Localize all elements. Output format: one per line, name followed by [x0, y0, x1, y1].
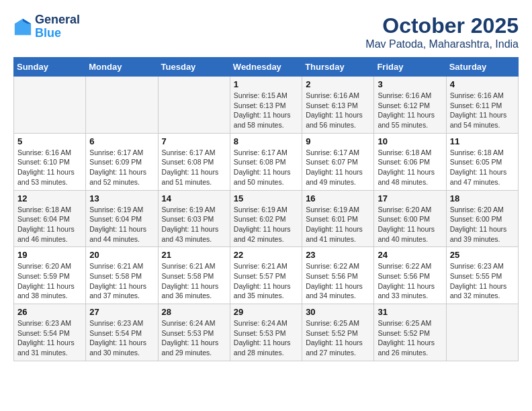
weekday-header-row: SundayMondayTuesdayWednesdayThursdayFrid…	[14, 58, 519, 77]
day-number: 4	[450, 79, 515, 89]
day-number: 14	[162, 193, 226, 203]
day-info: Sunrise: 6:23 AMSunset: 5:55 PMDaylight:…	[450, 261, 515, 301]
calendar-cell: 26Sunrise: 6:23 AMSunset: 5:54 PMDayligh…	[14, 304, 86, 361]
calendar-cell: 18Sunrise: 6:20 AMSunset: 6:00 PMDayligh…	[446, 190, 518, 247]
calendar-cell: 30Sunrise: 6:25 AMSunset: 5:52 PMDayligh…	[302, 304, 374, 361]
calendar-cell: 12Sunrise: 6:18 AMSunset: 6:04 PMDayligh…	[14, 190, 86, 247]
calendar-cell: 25Sunrise: 6:23 AMSunset: 5:55 PMDayligh…	[446, 247, 518, 304]
day-info: Sunrise: 6:19 AMSunset: 6:02 PMDaylight:…	[234, 205, 298, 244]
day-number: 28	[162, 307, 226, 317]
calendar-cell: 1Sunrise: 6:15 AMSunset: 6:13 PMDaylight…	[230, 77, 302, 134]
calendar-cell: 23Sunrise: 6:22 AMSunset: 5:56 PMDayligh…	[302, 247, 374, 304]
title-block: October 2025 Mav Patoda, Maharashtra, In…	[365, 13, 519, 50]
day-info: Sunrise: 6:16 AMSunset: 6:13 PMDaylight:…	[306, 91, 370, 130]
day-number: 23	[306, 250, 370, 260]
calendar-week-0: 1Sunrise: 6:15 AMSunset: 6:13 PMDaylight…	[14, 77, 519, 134]
day-number: 13	[89, 193, 154, 203]
day-number: 10	[378, 136, 442, 146]
month-title: October 2025	[365, 13, 519, 38]
day-number: 21	[162, 250, 226, 260]
weekday-header-friday: Friday	[374, 58, 446, 77]
day-info: Sunrise: 6:19 AMSunset: 6:04 PMDaylight:…	[89, 205, 154, 244]
day-number: 3	[378, 79, 442, 89]
day-info: Sunrise: 6:21 AMSunset: 5:58 PMDaylight:…	[162, 261, 226, 301]
calendar-cell: 15Sunrise: 6:19 AMSunset: 6:02 PMDayligh…	[230, 190, 302, 247]
calendar-cell: 29Sunrise: 6:24 AMSunset: 5:53 PMDayligh…	[230, 304, 302, 361]
weekday-header-sunday: Sunday	[14, 58, 86, 77]
day-number: 31	[378, 307, 442, 317]
day-number: 9	[306, 136, 370, 146]
weekday-header-tuesday: Tuesday	[158, 58, 230, 77]
day-info: Sunrise: 6:15 AMSunset: 6:13 PMDaylight:…	[234, 91, 298, 130]
day-info: Sunrise: 6:18 AMSunset: 6:05 PMDaylight:…	[450, 148, 515, 187]
day-number: 1	[234, 79, 298, 89]
calendar-week-1: 5Sunrise: 6:16 AMSunset: 6:10 PMDaylight…	[14, 133, 519, 190]
calendar-cell	[14, 77, 86, 134]
logo: General Blue	[13, 13, 80, 40]
day-number: 6	[89, 136, 154, 146]
day-number: 15	[234, 193, 298, 203]
day-info: Sunrise: 6:21 AMSunset: 5:58 PMDaylight:…	[89, 261, 154, 301]
day-number: 20	[89, 250, 154, 260]
calendar-cell	[158, 77, 230, 134]
day-number: 12	[17, 193, 82, 203]
day-number: 8	[234, 136, 298, 146]
day-info: Sunrise: 6:18 AMSunset: 6:04 PMDaylight:…	[17, 205, 82, 244]
day-number: 29	[234, 307, 298, 317]
calendar-cell: 4Sunrise: 6:16 AMSunset: 6:11 PMDaylight…	[446, 77, 518, 134]
calendar-week-3: 19Sunrise: 6:20 AMSunset: 5:59 PMDayligh…	[14, 247, 519, 304]
location-title: Mav Patoda, Maharashtra, India	[365, 38, 519, 50]
day-number: 19	[17, 250, 82, 260]
day-info: Sunrise: 6:18 AMSunset: 6:06 PMDaylight:…	[378, 148, 442, 187]
day-info: Sunrise: 6:19 AMSunset: 6:01 PMDaylight:…	[306, 205, 370, 244]
calendar-cell: 16Sunrise: 6:19 AMSunset: 6:01 PMDayligh…	[302, 190, 374, 247]
day-info: Sunrise: 6:17 AMSunset: 6:07 PMDaylight:…	[306, 148, 370, 187]
calendar-cell: 9Sunrise: 6:17 AMSunset: 6:07 PMDaylight…	[302, 133, 374, 190]
page-header: General Blue October 2025 Mav Patoda, Ma…	[13, 13, 519, 50]
day-number: 17	[378, 193, 442, 203]
day-number: 25	[450, 250, 515, 260]
calendar-table: SundayMondayTuesdayWednesdayThursdayFrid…	[13, 57, 519, 361]
calendar-cell: 17Sunrise: 6:20 AMSunset: 6:00 PMDayligh…	[374, 190, 446, 247]
day-number: 16	[306, 193, 370, 203]
logo-text: General Blue	[35, 13, 80, 40]
day-info: Sunrise: 6:20 AMSunset: 6:00 PMDaylight:…	[378, 205, 442, 244]
day-number: 30	[306, 307, 370, 317]
calendar-cell: 5Sunrise: 6:16 AMSunset: 6:10 PMDaylight…	[14, 133, 86, 190]
day-number: 5	[17, 136, 82, 146]
day-info: Sunrise: 6:16 AMSunset: 6:12 PMDaylight:…	[378, 91, 442, 130]
calendar-cell: 8Sunrise: 6:17 AMSunset: 6:08 PMDaylight…	[230, 133, 302, 190]
day-info: Sunrise: 6:22 AMSunset: 5:56 PMDaylight:…	[378, 261, 442, 301]
calendar-cell: 11Sunrise: 6:18 AMSunset: 6:05 PMDayligh…	[446, 133, 518, 190]
day-info: Sunrise: 6:17 AMSunset: 6:08 PMDaylight:…	[234, 148, 298, 187]
day-info: Sunrise: 6:22 AMSunset: 5:56 PMDaylight:…	[306, 261, 370, 301]
day-info: Sunrise: 6:16 AMSunset: 6:11 PMDaylight:…	[450, 91, 515, 130]
calendar-cell: 21Sunrise: 6:21 AMSunset: 5:58 PMDayligh…	[158, 247, 230, 304]
weekday-header-monday: Monday	[86, 58, 158, 77]
day-info: Sunrise: 6:24 AMSunset: 5:53 PMDaylight:…	[234, 318, 298, 358]
day-info: Sunrise: 6:25 AMSunset: 5:52 PMDaylight:…	[306, 318, 370, 358]
logo-icon	[13, 17, 32, 36]
day-number: 18	[450, 193, 515, 203]
day-number: 7	[162, 136, 226, 146]
calendar-cell: 28Sunrise: 6:24 AMSunset: 5:53 PMDayligh…	[158, 304, 230, 361]
calendar-cell: 14Sunrise: 6:19 AMSunset: 6:03 PMDayligh…	[158, 190, 230, 247]
calendar-cell: 27Sunrise: 6:23 AMSunset: 5:54 PMDayligh…	[86, 304, 158, 361]
weekday-header-thursday: Thursday	[302, 58, 374, 77]
calendar-cell: 7Sunrise: 6:17 AMSunset: 6:08 PMDaylight…	[158, 133, 230, 190]
calendar-week-2: 12Sunrise: 6:18 AMSunset: 6:04 PMDayligh…	[14, 190, 519, 247]
calendar-cell: 22Sunrise: 6:21 AMSunset: 5:57 PMDayligh…	[230, 247, 302, 304]
calendar-cell: 20Sunrise: 6:21 AMSunset: 5:58 PMDayligh…	[86, 247, 158, 304]
weekday-header-saturday: Saturday	[446, 58, 518, 77]
day-number: 22	[234, 250, 298, 260]
day-info: Sunrise: 6:16 AMSunset: 6:10 PMDaylight:…	[17, 148, 82, 187]
day-info: Sunrise: 6:23 AMSunset: 5:54 PMDaylight:…	[17, 318, 82, 358]
calendar-cell: 2Sunrise: 6:16 AMSunset: 6:13 PMDaylight…	[302, 77, 374, 134]
calendar-cell	[446, 304, 518, 361]
calendar-cell: 6Sunrise: 6:17 AMSunset: 6:09 PMDaylight…	[86, 133, 158, 190]
day-number: 24	[378, 250, 442, 260]
calendar-cell: 19Sunrise: 6:20 AMSunset: 5:59 PMDayligh…	[14, 247, 86, 304]
day-info: Sunrise: 6:17 AMSunset: 6:08 PMDaylight:…	[162, 148, 226, 187]
calendar-cell	[86, 77, 158, 134]
day-number: 27	[89, 307, 154, 317]
